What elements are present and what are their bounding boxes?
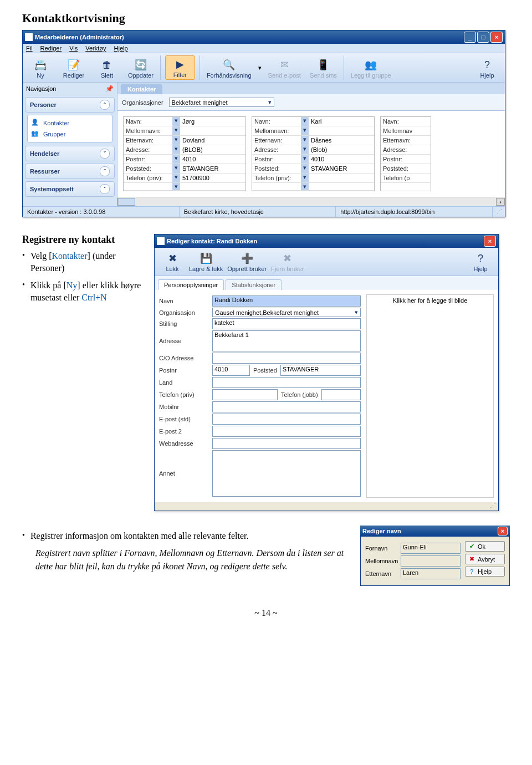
menu-fil[interactable]: Fil bbox=[26, 45, 33, 52]
input-organisasjon[interactable]: Gausel menighet,Bekkefaret menighet▾ bbox=[212, 308, 361, 317]
chevron-down-icon[interactable]: ▾ bbox=[301, 174, 309, 182]
chevron-down-icon[interactable]: ▾ bbox=[301, 136, 309, 145]
tool-label: Send e-post bbox=[268, 72, 301, 79]
scroll-right-arrow[interactable]: › bbox=[496, 198, 505, 206]
dialog-close-button[interactable]: × bbox=[484, 236, 496, 247]
menu-rediger[interactable]: Rediger bbox=[40, 45, 62, 52]
forhandsvisning-button[interactable]: 🔍Forhåndsvisning bbox=[204, 57, 254, 80]
chevron-down-icon[interactable]: ▾ bbox=[172, 155, 180, 164]
nav-group-personer[interactable]: Personer ˆ bbox=[25, 97, 115, 113]
nav-header-label: Navigasjon bbox=[26, 85, 56, 92]
input-etternavn[interactable]: Laren bbox=[401, 568, 461, 579]
card-field-value bbox=[309, 126, 374, 135]
rename-close-button[interactable]: × bbox=[498, 527, 508, 536]
window-minimize-button[interactable]: _ bbox=[464, 32, 476, 43]
lukk-button[interactable]: ✖Lukk bbox=[158, 250, 187, 273]
organisasjon-combo[interactable]: Bekkefaret menighet ▾ bbox=[169, 98, 274, 107]
input-co[interactable] bbox=[212, 353, 361, 364]
chevron-down-icon[interactable]: ▾ bbox=[301, 117, 309, 126]
ok-button[interactable]: ✔Ok bbox=[465, 541, 505, 552]
input-annet[interactable] bbox=[212, 450, 361, 497]
input-poststed[interactable]: STAVANGER bbox=[280, 365, 361, 376]
chevron-down-icon[interactable]: ▾ bbox=[172, 145, 180, 154]
chevron-down-icon[interactable]: ▾ bbox=[172, 164, 180, 173]
tool-label: Hjelp bbox=[480, 72, 494, 79]
tab-personopplysninger[interactable]: Personopplysninger bbox=[158, 279, 224, 290]
nav-group-ressurser[interactable]: Ressurser ˇ bbox=[25, 164, 115, 179]
chevron-down-icon[interactable]: ▾ bbox=[172, 126, 180, 135]
card-field-label: Navn: bbox=[252, 117, 301, 126]
italic-note: Registrert navn splitter i Fornavn, Mell… bbox=[35, 547, 349, 573]
horizontal-scrollbar[interactable]: ‹ › bbox=[117, 197, 505, 206]
nav-item-grupper[interactable]: 👥 Grupper bbox=[30, 129, 110, 140]
input-mellomnavn[interactable] bbox=[401, 555, 461, 567]
chevron-down-icon[interactable]: ▾ bbox=[301, 155, 309, 164]
input-adresse[interactable]: Bekkefaret 1 bbox=[212, 330, 361, 351]
menu-vis[interactable]: Vis bbox=[69, 45, 78, 52]
resize-grip-icon[interactable]: ⋰ bbox=[155, 502, 498, 511]
pin-icon[interactable]: 📌 bbox=[105, 85, 114, 93]
nav-item-kontakter[interactable]: 👤 Kontakter bbox=[30, 118, 110, 129]
contact-card-partial[interactable]: Navn:MellomnavEtternavn:Adresse:Postnr:P… bbox=[380, 116, 431, 191]
chevron-down-icon[interactable]: ▾ bbox=[172, 183, 180, 190]
window-close-button[interactable]: × bbox=[490, 32, 503, 43]
resize-grip-icon[interactable]: ⋰ bbox=[493, 207, 505, 217]
chevron-down-icon[interactable]: ▾ bbox=[258, 64, 262, 72]
card-field-value: Kari bbox=[309, 117, 374, 126]
input-epost2[interactable] bbox=[212, 426, 361, 437]
chevron-down-icon[interactable]: ▾ bbox=[301, 126, 309, 135]
input-epost-std[interactable] bbox=[212, 414, 361, 425]
nav-group-systemoppsett[interactable]: Systemoppsett ˇ bbox=[25, 181, 115, 197]
menu-verktoy[interactable]: Verktøy bbox=[85, 45, 106, 52]
card-field-value: 51700900 bbox=[180, 174, 245, 182]
chevron-down-icon[interactable]: ▾ bbox=[301, 164, 309, 173]
ny-button[interactable]: 📇Ny bbox=[26, 57, 55, 80]
instructions-block: Registrere ny kontakt • Velg [Kontakter]… bbox=[22, 234, 144, 511]
rediger-button[interactable]: 📝Rediger bbox=[59, 57, 88, 80]
input-telpriv[interactable] bbox=[212, 389, 278, 400]
send-sms-button-icon: 📱 bbox=[316, 58, 330, 72]
fjern-bruker-button-icon: ✖ bbox=[280, 251, 295, 266]
scroll-thumb[interactable] bbox=[119, 198, 135, 206]
input-fornavn[interactable]: Gunn-Eli bbox=[401, 543, 461, 554]
input-land[interactable] bbox=[212, 377, 361, 388]
contact-card[interactable]: Navn:▾JørgMellomnavn:▾Etternavn:▾Dovland… bbox=[123, 116, 246, 191]
tab-kontakter[interactable]: Kontakter bbox=[121, 84, 162, 94]
contact-card[interactable]: Navn:▾KariMellomnavn:▾Etternavn:▾DåsnesA… bbox=[252, 116, 375, 191]
help-icon: ? bbox=[468, 568, 475, 575]
lagre-lukk-button[interactable]: 💾Lagre & lukk bbox=[187, 250, 225, 273]
chevron-down-icon[interactable]: ▾ bbox=[301, 183, 309, 190]
menu-hjelp[interactable]: Hjelp bbox=[114, 45, 128, 52]
chevron-down-icon[interactable]: ▾ bbox=[172, 174, 180, 182]
input-teljobb[interactable] bbox=[321, 389, 361, 400]
card-field-value: 4010 bbox=[180, 155, 245, 164]
filter-button[interactable]: ▶Filter bbox=[165, 55, 195, 80]
avbryt-button[interactable]: ✖Avbryt bbox=[465, 554, 505, 564]
lukk-button-icon: ✖ bbox=[165, 251, 180, 266]
image-drop-area[interactable]: Klikk her for å legge til bilde bbox=[366, 294, 494, 498]
contact-cards-row: Navn:▾JørgMellomnavn:▾Etternavn:▾Dovland… bbox=[117, 111, 505, 197]
input-mobil[interactable] bbox=[212, 401, 361, 412]
hjelp-button-dialog[interactable]: ?Hjelp bbox=[466, 250, 495, 273]
input-web[interactable] bbox=[212, 438, 361, 449]
chevron-down-icon[interactable]: ▾ bbox=[172, 136, 180, 145]
filter-label: Organisasjoner bbox=[122, 99, 163, 106]
input-postnr[interactable]: 4010 bbox=[212, 365, 250, 376]
opprett-bruker-button[interactable]: ➕Opprett bruker bbox=[225, 250, 269, 273]
bullet-dot: • bbox=[22, 530, 25, 542]
hjelp-button[interactable]: ?Hjelp bbox=[473, 57, 502, 80]
oppdater-button[interactable]: 🔄Oppdater bbox=[126, 57, 156, 80]
label-stilling: Stilling bbox=[159, 320, 209, 327]
check-icon: ✔ bbox=[468, 543, 475, 550]
window-maximize-button[interactable]: □ bbox=[477, 32, 489, 43]
nav-group-hendelser[interactable]: Hendelser ˇ bbox=[25, 146, 115, 161]
slett-button[interactable]: 🗑Slett bbox=[93, 57, 121, 80]
rename-dialog: Rediger navn × FornavnGunn-Eli Mellomnav… bbox=[360, 526, 510, 586]
input-stilling[interactable]: kateket bbox=[212, 318, 361, 329]
slett-button-icon: 🗑 bbox=[100, 58, 114, 72]
hjelp-button-rename[interactable]: ?Hjelp bbox=[465, 567, 505, 577]
chevron-down-icon[interactable]: ▾ bbox=[301, 145, 309, 154]
chevron-down-icon[interactable]: ▾ bbox=[172, 117, 180, 126]
input-navn[interactable]: Randi Dokken bbox=[212, 295, 361, 307]
tab-stabsfunksjoner[interactable]: Stabsfunksjoner bbox=[226, 279, 282, 290]
